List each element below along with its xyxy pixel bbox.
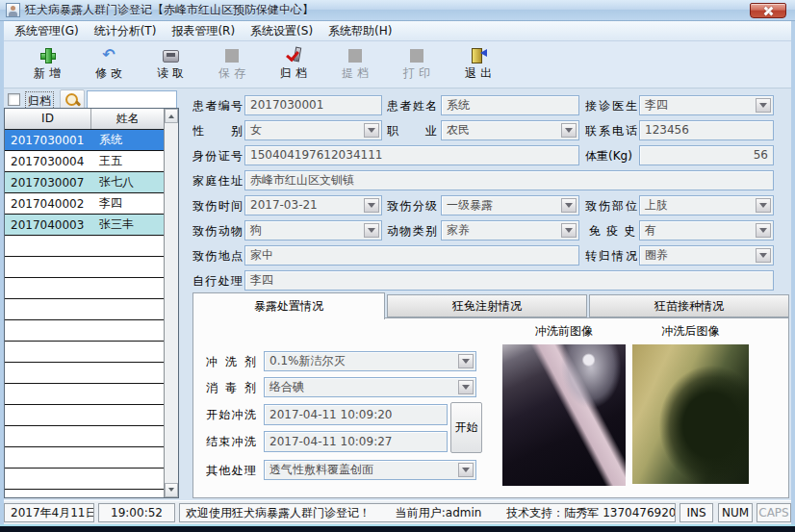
archive-checkbox[interactable] — [8, 93, 20, 106]
phone-field[interactable]: 123456 — [639, 120, 774, 140]
dropdown-arrow-icon[interactable] — [364, 198, 379, 213]
dropdown-arrow-icon[interactable] — [458, 380, 474, 394]
menu-system-manage[interactable]: 系统管理(G) — [7, 21, 87, 41]
rinse-start-label: 开始冲洗 — [206, 405, 256, 424]
status-date: 2017年4月11日 — [4, 503, 94, 522]
scroll-down-icon[interactable] — [165, 483, 178, 497]
dropdown-arrow-icon[interactable] — [756, 98, 771, 113]
retrieve-button: 提 档 — [324, 43, 386, 86]
doctor-label: 接诊医生 — [585, 96, 637, 115]
modify-button[interactable]: 修 改 — [78, 43, 140, 86]
rinse-end-label: 结束冲洗 — [206, 432, 256, 451]
tab-vaccination[interactable]: 狂苗接种情况 — [589, 294, 789, 317]
window-bottom-border — [0, 524, 795, 532]
empty-row — [5, 278, 164, 299]
patient-grid: ID 姓名 2017030001 系统 2017030004 王五 201703… — [4, 108, 179, 498]
dropdown-arrow-icon[interactable] — [561, 198, 577, 213]
print-button: 打 印 — [386, 43, 448, 86]
injury-place-field[interactable]: 家中 — [244, 245, 579, 266]
dropdown-arrow-icon[interactable] — [756, 223, 771, 238]
menu-reports[interactable]: 报表管理(R) — [164, 21, 243, 41]
disabled-icon — [348, 49, 362, 63]
rinse-start-field[interactable]: 2017-04-11 10:09:20 — [264, 404, 448, 425]
injury-place-label: 致伤地点 — [192, 246, 243, 266]
status-time: 19:00:52 — [98, 503, 175, 522]
table-row[interactable]: 2017030004 王五 — [5, 151, 164, 172]
scroll-up-icon[interactable] — [165, 109, 178, 123]
id-number-field[interactable]: 150404197612034111 — [244, 145, 579, 165]
exit-button[interactable]: 退 出 — [448, 43, 509, 86]
injury-animal-combo[interactable]: 狗 — [244, 220, 382, 241]
column-header-id: ID — [5, 109, 91, 129]
status-caps: CAPS — [757, 503, 791, 522]
table-row[interactable]: 2017030007 张七八 — [5, 172, 164, 193]
injury-time-combo[interactable]: 2017-03-21 — [244, 195, 382, 215]
empty-row — [5, 342, 164, 363]
dropdown-arrow-icon[interactable] — [458, 463, 474, 477]
new-button[interactable]: 新 增 — [16, 43, 78, 86]
patient-name-label: 患者姓名 — [387, 96, 437, 115]
column-header-name: 姓名 — [91, 109, 164, 129]
grid-header: ID 姓名 — [5, 109, 164, 130]
tab-exposure-treatment[interactable]: 暴露处置情况 — [192, 292, 385, 319]
grid-scrollbar[interactable] — [164, 109, 178, 497]
self-treat-label: 自行处理 — [192, 271, 243, 291]
menu-help[interactable]: 系统帮助(H) — [321, 21, 399, 41]
menu-statistics[interactable]: 统计分析(T) — [87, 21, 165, 41]
status-num: NUM — [718, 503, 753, 522]
dropdown-arrow-icon[interactable] — [364, 123, 379, 138]
doctor-combo[interactable]: 李四 — [639, 95, 774, 115]
rinse-agent-combo[interactable]: 0.1%新洁尔灭 — [264, 351, 476, 371]
rinse-end-field[interactable]: 2017-04-11 10:09:27 — [264, 431, 448, 452]
close-button[interactable] — [750, 3, 786, 18]
dropdown-arrow-icon[interactable] — [756, 198, 771, 213]
occupation-combo[interactable]: 农民 — [441, 120, 579, 140]
weight-label: 体重(Kg) — [585, 146, 637, 165]
address-label: 家庭住址 — [192, 171, 243, 190]
magnifier-icon — [64, 91, 81, 109]
support-contact: 技术支持：陆秀军 13704769207 — [506, 506, 676, 519]
patient-name-field[interactable]: 系统 — [441, 95, 579, 115]
tab-immunoglobulin[interactable]: 狂免注射情况 — [387, 294, 587, 317]
pre-wash-image-label: 冲洗前图像 — [502, 323, 626, 339]
table-row[interactable]: 2017040003 张三丰 — [5, 215, 164, 236]
dropdown-arrow-icon[interactable] — [364, 223, 379, 238]
welcome-text: 欢迎使用狂犬病暴露人群门诊登记！ — [186, 506, 371, 519]
injury-grade-combo[interactable]: 一级暴露 — [441, 195, 579, 215]
dropdown-arrow-icon[interactable] — [561, 123, 577, 138]
dropdown-arrow-icon[interactable] — [458, 354, 474, 368]
save-button: 保 存 — [201, 43, 263, 86]
dropdown-arrow-icon[interactable] — [756, 248, 771, 263]
empty-row — [5, 299, 164, 320]
grid-rows: 2017030001 系统 2017030004 王五 2017030007 张… — [5, 130, 164, 497]
gender-combo[interactable]: 女 — [244, 120, 382, 140]
disinfectant-combo[interactable]: 络合碘 — [264, 377, 476, 397]
archive-button[interactable]: 归 档 — [263, 43, 324, 86]
table-row[interactable]: 2017030001 系统 — [5, 130, 164, 151]
empty-row — [5, 384, 164, 405]
menu-settings[interactable]: 系统设置(S) — [243, 21, 321, 41]
table-row[interactable]: 2017040002 李四 — [5, 193, 164, 215]
animal-category-combo[interactable]: 家养 — [441, 220, 579, 241]
other-treatment-combo[interactable]: 透气性敷料覆盖创面 — [264, 460, 476, 480]
empty-row — [5, 469, 164, 490]
exit-door-icon — [470, 47, 487, 63]
read-button[interactable]: 读 取 — [140, 43, 201, 86]
current-user: 当前用户:admin — [396, 506, 482, 519]
dropdown-arrow-icon[interactable] — [561, 223, 577, 238]
disabled-icon — [225, 49, 239, 63]
injury-part-combo[interactable]: 上肢 — [639, 195, 774, 215]
outcome-combo[interactable]: 圈养 — [639, 245, 774, 266]
weight-field[interactable]: 56 — [639, 145, 774, 165]
post-wash-image-label: 冲洗后图像 — [632, 323, 749, 339]
injury-grade-label: 致伤分级 — [387, 196, 437, 215]
start-rinse-button[interactable]: 开始 — [450, 402, 482, 453]
disk-icon — [163, 50, 179, 63]
address-field[interactable]: 赤峰市红山区文钏镇 — [244, 170, 774, 190]
immune-history-combo[interactable]: 有 — [639, 220, 774, 241]
patient-id-field[interactable]: 2017030001 — [244, 95, 382, 115]
occupation-label: 职业 — [387, 121, 437, 140]
self-treat-field[interactable]: 李四 — [244, 270, 774, 291]
empty-row — [5, 320, 164, 342]
empty-row — [5, 257, 164, 278]
